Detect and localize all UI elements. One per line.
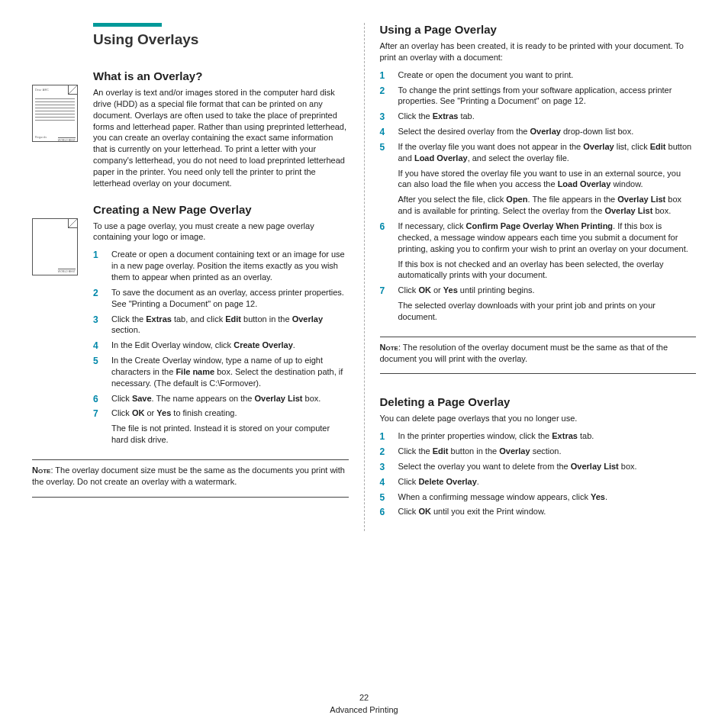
heading-deleting-overlay: Deleting a Page Overlay [380, 395, 697, 408]
list-item: 4Select the desired overlay from the Ove… [380, 126, 697, 137]
list-item: 6Click OK until you exit the Print windo… [380, 506, 697, 517]
list-item: 7Click OK or Yes to finish creating. The… [93, 407, 349, 446]
list-item: 5When a confirming message window appear… [380, 491, 697, 503]
note-using-overlay: Note: The resolution of the overlay docu… [380, 342, 697, 365]
list-item: 1In the printer properties window, click… [380, 430, 697, 442]
body-using-overlay: After an overlay has been created, it is… [380, 40, 697, 63]
note-divider [380, 337, 697, 337]
list-item: 2Click the Edit button in the Overlay se… [380, 446, 697, 457]
list-item: 6If necessary, click Confirm Page Overla… [380, 221, 697, 281]
list-item: 1Create or open the document you want to… [380, 69, 697, 81]
left-column: Using Overlays Dear ABC Regards WORLD BE… [23, 23, 365, 531]
letterhead-sample-icon: Dear ABC Regards WORLD BEST [32, 85, 78, 142]
list-item: 7Click OK or Yes until printing begins. … [380, 285, 697, 323]
list-item: 5In the Create Overlay window, type a na… [93, 355, 349, 389]
steps-deleting-overlay: 1In the printer properties window, click… [380, 430, 697, 517]
blank-letterhead-icon: WORLD BEST [32, 218, 78, 275]
steps-using-overlay: 1Create or open the document you want to… [380, 69, 697, 323]
main-title: Using Overlays [93, 31, 349, 48]
section-creating-overlay: WORLD BEST Creating a New Page Overlay T… [32, 203, 349, 446]
note-creating-overlay: Note: The overlay document size must be … [32, 465, 349, 488]
heading-using-overlay: Using a Page Overlay [380, 23, 697, 36]
section-using-overlay: Using a Page Overlay After an overlay ha… [380, 23, 697, 323]
steps-creating-overlay: 1Create or open a document containing te… [93, 249, 349, 446]
list-item: 4Click Delete Overlay. [380, 476, 697, 488]
list-item: 3Click the Extras tab, and click Edit bu… [93, 314, 349, 337]
list-item: 3Click the Extras tab. [380, 111, 697, 122]
page-number: 22 [0, 692, 728, 704]
list-item: 1Create or open a document containing te… [93, 249, 349, 283]
list-item: 3Select the overlay you want to delete f… [380, 461, 697, 472]
page-footer: 22 Advanced Printing [0, 692, 728, 716]
body-what-is-overlay: An overlay is text and/or images stored … [93, 87, 349, 189]
section-what-is-overlay: Dear ABC Regards WORLD BEST What is an O… [32, 69, 349, 189]
heading-creating-overlay: Creating a New Page Overlay [93, 203, 349, 216]
list-item: 6Click Save. The name appears on the Ove… [93, 393, 349, 404]
list-item: 5If the overlay file you want does not a… [380, 141, 697, 217]
title-accent-bar [93, 23, 162, 27]
footer-label: Advanced Printing [0, 704, 728, 716]
right-column: Using a Page Overlay After an overlay ha… [365, 23, 706, 531]
section-deleting-overlay: Deleting a Page Overlay You can delete p… [380, 395, 697, 517]
note-divider [380, 373, 697, 374]
list-item: 4In the Edit Overlay window, click Creat… [93, 340, 349, 351]
page-content: Using Overlays Dear ABC Regards WORLD BE… [0, 0, 728, 569]
list-item: 2To save the document as an overlay, acc… [93, 287, 349, 310]
heading-what-is-overlay: What is an Overlay? [93, 69, 349, 82]
body-creating-overlay: To use a page overlay, you must create a… [93, 221, 349, 243]
body-deleting-overlay: You can delete page overlays that you no… [380, 413, 697, 424]
note-divider [32, 497, 349, 498]
list-item: 2To change the print settings from your … [380, 85, 697, 108]
note-divider [32, 459, 349, 460]
